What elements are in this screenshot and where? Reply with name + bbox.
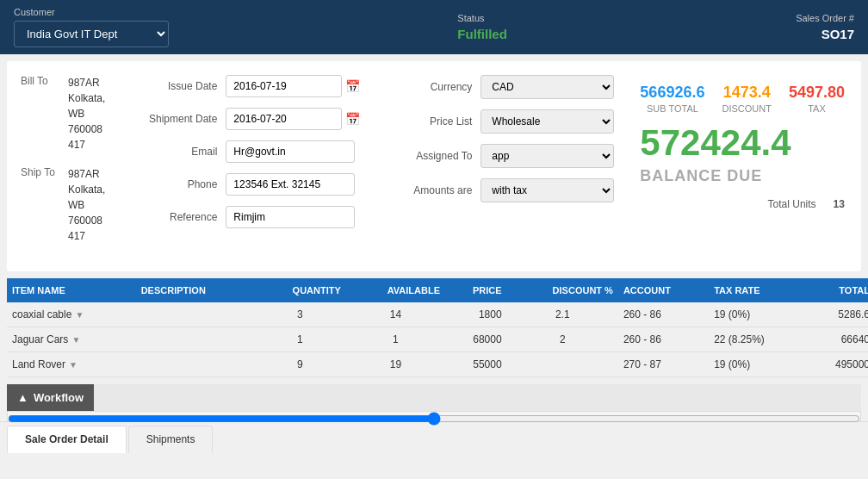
customer-select[interactable]: India Govt IT Dept (14, 21, 169, 47)
ship-to-line2: Kolkata, WB (68, 182, 105, 213)
discount-label: DISCOUNT (722, 103, 771, 114)
totals-summary-row: 566926.6 SUB TOTAL 1473.4 DISCOUNT 5497.… (640, 84, 845, 114)
cell-discount: 2.1 (507, 302, 618, 327)
price-list-label: Price List (377, 115, 472, 128)
assigned-to-label: Assigned To (377, 150, 472, 162)
cell-discount (507, 352, 618, 377)
page-header: Customer India Govt IT Dept Status Fulfi… (0, 0, 868, 54)
email-row: Email (122, 140, 360, 163)
amounts-are-select[interactable]: with tax (480, 178, 614, 202)
ship-to-address: 987AR Kolkata, WB 760008 417 (68, 166, 105, 244)
cell-total: 66640 (804, 327, 868, 352)
sales-order-section: Sales Order # SO17 (796, 13, 854, 41)
shipment-date-wrapper: 📅 (226, 108, 360, 130)
issue-date-input[interactable] (226, 75, 342, 97)
col-header-total: TOTAL (804, 278, 868, 302)
item-dropdown-icon[interactable]: ▼ (69, 360, 78, 370)
cell-tax-rate: 19 (0%) (709, 352, 804, 377)
bill-to-line3: 760008 (68, 121, 105, 137)
cell-quantity: 3 (254, 302, 346, 327)
cell-price: 68000 (445, 327, 507, 352)
reference-input[interactable] (226, 206, 355, 228)
cell-description (136, 327, 254, 352)
col-header-tax-rate: TAX RATE (709, 278, 804, 302)
reference-label: Reference (122, 211, 217, 223)
table-row: Jaguar Cars ▼ 1 1 68000 2 260 - 86 22 (8… (7, 327, 868, 352)
cell-discount: 2 (507, 327, 618, 352)
bill-to-label: Bill To (21, 75, 59, 152)
cell-available: 1 (346, 327, 445, 352)
tab-shipments[interactable]: Shipments (128, 426, 214, 453)
item-name-text: Jaguar Cars (12, 333, 68, 345)
price-list-select[interactable]: Wholesale (480, 109, 614, 134)
reference-row: Reference (122, 206, 360, 228)
assigned-to-row: Assigned To app (377, 144, 614, 168)
workflow-toggle[interactable]: ▲ Workflow (7, 384, 94, 411)
currency-row: Currency CAD (377, 75, 614, 99)
bill-to-address: 987AR Kolkata, WB 760008 417 (68, 75, 105, 152)
total-units-row: Total Units 13 (640, 198, 845, 210)
col-header-quantity: QUANTITY (254, 278, 346, 302)
workflow-bar: ▲ Workflow (7, 384, 861, 411)
item-dropdown-icon[interactable]: ▼ (71, 335, 80, 345)
totals-section: 566926.6 SUB TOTAL 1473.4 DISCOUNT 5497.… (631, 75, 853, 219)
tab-sale-order-detail[interactable]: Sale Order Detail (7, 426, 127, 453)
col-header-available: AVAILABLE (346, 278, 445, 302)
cell-item-name: Land Rover ▼ (7, 352, 136, 377)
cell-total: 495000 (804, 352, 868, 377)
bill-to-line4: 417 (68, 137, 105, 152)
balance-due-label: BALANCE DUE (640, 167, 845, 185)
tax-value: 5497.80 (789, 84, 845, 102)
issue-date-wrapper: 📅 (226, 75, 360, 97)
email-label: Email (122, 146, 217, 158)
totals-col: 566926.6 SUB TOTAL 1473.4 DISCOUNT 5497.… (631, 75, 853, 258)
balance-due-value: 572424.4 (640, 122, 845, 164)
cell-account: 260 - 86 (618, 302, 709, 327)
shipment-date-calendar-icon[interactable]: 📅 (345, 112, 360, 126)
cell-description (136, 352, 254, 377)
phone-row: Phone (122, 173, 360, 196)
cell-available: 14 (346, 302, 445, 327)
cell-total: 5286.6 (804, 302, 868, 327)
amounts-are-label: Amounts are (377, 184, 472, 196)
tax-item: 5497.80 TAX (789, 84, 845, 114)
total-units-label: Total Units (768, 198, 816, 210)
shipment-date-input[interactable] (226, 108, 342, 130)
sub-total-item: 566926.6 SUB TOTAL (640, 84, 704, 114)
form-right-col: Currency CAD Price List Wholesale Assign… (377, 75, 614, 239)
issue-date-calendar-icon[interactable]: 📅 (345, 79, 360, 93)
customer-label: Customer (14, 7, 169, 17)
issue-date-row: Issue Date 📅 (122, 75, 360, 97)
col-header-price: PRICE (445, 278, 507, 302)
shipment-date-row: Shipment Date 📅 (122, 108, 360, 130)
price-list-row: Price List Wholesale (377, 109, 614, 134)
table-row: Land Rover ▼ 9 19 55000 270 - 87 19 (0%)… (7, 352, 868, 377)
tax-label: TAX (789, 103, 845, 114)
status-section: Status Fulfilled (457, 13, 507, 41)
cell-tax-rate: 22 (8.25%) (709, 327, 804, 352)
cell-available: 19 (346, 352, 445, 377)
assigned-to-select[interactable]: app (480, 144, 614, 168)
discount-value: 1473.4 (722, 84, 771, 102)
cell-quantity: 9 (254, 352, 346, 377)
horizontal-scrollbar[interactable] (8, 412, 860, 426)
email-input[interactable] (226, 140, 355, 163)
workflow-toggle-icon: ▲ (17, 391, 28, 404)
sub-total-value: 566926.6 (640, 84, 704, 102)
cell-price: 1800 (445, 302, 507, 327)
ship-to-line4: 417 (68, 228, 105, 244)
phone-input[interactable] (226, 173, 355, 196)
sub-total-label: SUB TOTAL (640, 103, 704, 114)
item-dropdown-icon[interactable]: ▼ (75, 310, 84, 320)
status-label: Status (457, 13, 507, 23)
scroll-area[interactable] (7, 411, 861, 421)
currency-select[interactable]: CAD (480, 75, 614, 99)
main-content: Bill To 987AR Kolkata, WB 760008 417 Shi… (7, 61, 861, 271)
col-header-discount: DISCOUNT % (507, 278, 618, 302)
workflow-label: Workflow (34, 391, 84, 404)
ship-to-line3: 760008 (68, 213, 105, 228)
addresses-col: Bill To 987AR Kolkata, WB 760008 417 Shi… (21, 75, 105, 258)
form-grid: Issue Date 📅 Shipment Date 📅 (122, 75, 614, 239)
table-row: coaxial cable ▼ 3 14 1800 2.1 260 - 86 1… (7, 302, 868, 327)
cell-quantity: 1 (254, 327, 346, 352)
